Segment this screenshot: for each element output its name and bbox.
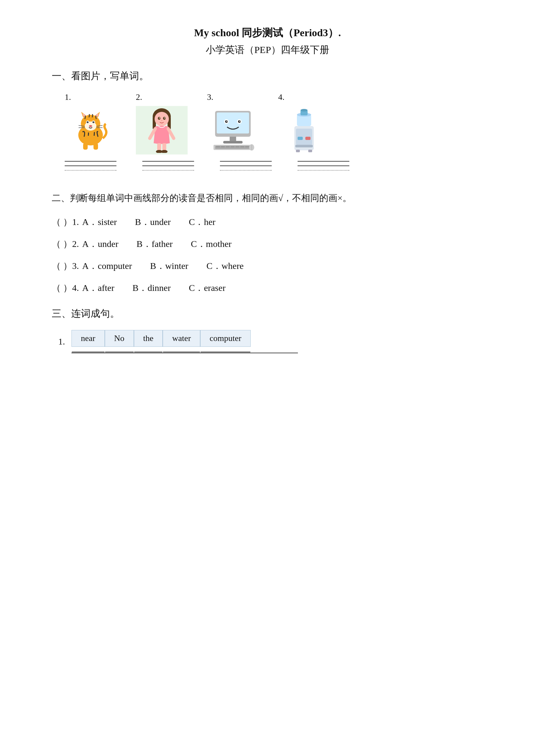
svg-rect-48 xyxy=(216,146,220,148)
svg-rect-67 xyxy=(296,149,300,152)
word-cards-container: nearNothewatercomputer xyxy=(71,330,298,353)
write-line-dotted[interactable] xyxy=(142,170,194,171)
section1: 一、看图片，写单词。 1. xyxy=(52,69,483,171)
write-lines-row xyxy=(65,161,483,171)
svg-rect-50 xyxy=(226,146,230,148)
question-options: A．computer B．winter C．where xyxy=(82,260,243,272)
svg-rect-65 xyxy=(305,137,311,140)
question-num: （ ）2. xyxy=(52,238,79,250)
image-item-3: 3. xyxy=(207,93,259,154)
svg-rect-68 xyxy=(308,149,312,152)
write-line[interactable] xyxy=(142,166,194,166)
svg-point-43 xyxy=(239,121,240,122)
write-lines-1 xyxy=(65,161,123,171)
write-line[interactable] xyxy=(220,166,272,166)
item-label-2: 2. xyxy=(136,93,142,102)
image-item-1: 1. xyxy=(65,93,116,154)
dispenser-image xyxy=(278,106,330,154)
svg-point-9 xyxy=(87,121,89,123)
svg-point-13 xyxy=(89,125,92,127)
question-3: （ ）3.A．computer B．winter C．where xyxy=(52,260,483,272)
svg-point-29 xyxy=(161,120,162,121)
svg-rect-44 xyxy=(230,137,236,142)
item-label-1: 1. xyxy=(65,93,71,102)
question-list: （ ）1.A．sister B．under C．her（ ）2.A．under … xyxy=(52,216,483,294)
write-line[interactable] xyxy=(297,166,349,166)
word-cards-row: nearNothewatercomputer xyxy=(71,330,298,347)
svg-rect-37 xyxy=(217,113,249,133)
word-card-2: the xyxy=(134,330,163,347)
write-line[interactable] xyxy=(297,161,349,162)
svg-rect-45 xyxy=(223,141,242,144)
svg-rect-63 xyxy=(296,129,312,145)
svg-rect-64 xyxy=(297,137,303,140)
svg-point-28 xyxy=(164,118,165,119)
write-lines-3 xyxy=(220,161,278,171)
write-lines-2 xyxy=(142,161,201,171)
question-num: （ ）3. xyxy=(52,260,79,272)
girl-image xyxy=(136,106,187,154)
main-title: My school 同步测试（Period3）. xyxy=(52,26,483,40)
question-4: （ ）4.A．after B．dinner C．eraser xyxy=(52,282,483,294)
svg-rect-53 xyxy=(240,146,244,148)
question-num: （ ）1. xyxy=(52,216,79,228)
write-line[interactable] xyxy=(220,161,272,162)
svg-point-12 xyxy=(94,122,94,122)
svg-point-61 xyxy=(300,109,308,112)
svg-rect-15 xyxy=(94,143,98,149)
section2: 二、判断每组单词中画线部分的读音是否相同，相同的画√，不相同的画×。 （ ）1.… xyxy=(52,190,483,294)
tiger-image xyxy=(65,106,116,154)
image-item-4: 4. xyxy=(278,93,330,154)
svg-point-10 xyxy=(93,121,95,123)
word-card-4: computer xyxy=(200,330,251,347)
svg-point-42 xyxy=(226,121,227,122)
svg-rect-14 xyxy=(83,143,88,149)
computer-image xyxy=(207,106,259,154)
svg-point-11 xyxy=(88,122,88,122)
word-card-3: water xyxy=(163,330,200,347)
write-line-dotted[interactable] xyxy=(65,170,116,171)
question-2: （ ）2.A．under B．father C．mother xyxy=(52,238,483,250)
svg-rect-66 xyxy=(295,145,313,148)
image-row: 1. xyxy=(65,93,483,154)
question-num: （ ）4. xyxy=(52,282,79,294)
answer-line-row xyxy=(71,353,298,353)
svg-point-27 xyxy=(159,118,160,119)
section3: 三、连词成句。 1. nearNothewatercomputer xyxy=(52,307,483,353)
item-label-3: 3. xyxy=(207,93,213,102)
word-card-0: near xyxy=(71,330,105,347)
svg-point-24 xyxy=(155,112,169,126)
answer-line[interactable] xyxy=(71,353,298,353)
write-line[interactable] xyxy=(65,166,116,166)
write-line-dotted[interactable] xyxy=(297,170,349,171)
sentence1-number: 1. xyxy=(58,337,65,347)
svg-rect-51 xyxy=(231,146,235,148)
question-options: A．sister B．under C．her xyxy=(82,216,215,228)
write-line[interactable] xyxy=(65,161,116,162)
sentence1-row: 1. nearNothewatercomputer xyxy=(58,330,483,353)
word-card-1: No xyxy=(105,330,134,347)
question-1: （ ）1.A．sister B．under C．her xyxy=(52,216,483,228)
question-options: A．under B．father C．mother xyxy=(82,238,232,250)
section1-title: 一、看图片，写单词。 xyxy=(52,69,483,83)
section2-title: 二、判断每组单词中画线部分的读音是否相同，相同的画√，不相同的画×。 xyxy=(52,190,483,206)
write-line-dotted[interactable] xyxy=(220,170,272,171)
write-lines-4 xyxy=(297,161,356,171)
image-item-2: 2. xyxy=(136,93,187,154)
sub-title: 小学英语（PEP）四年级下册 xyxy=(52,43,483,57)
question-options: A．after B．dinner C．eraser xyxy=(82,282,225,294)
item-label-4: 4. xyxy=(278,93,285,102)
svg-rect-52 xyxy=(236,146,239,148)
page-header: My school 同步测试（Period3）. 小学英语（PEP）四年级下册 xyxy=(52,26,483,57)
svg-rect-49 xyxy=(221,146,225,148)
write-line[interactable] xyxy=(142,161,194,162)
section3-title: 三、连词成句。 xyxy=(52,307,483,320)
